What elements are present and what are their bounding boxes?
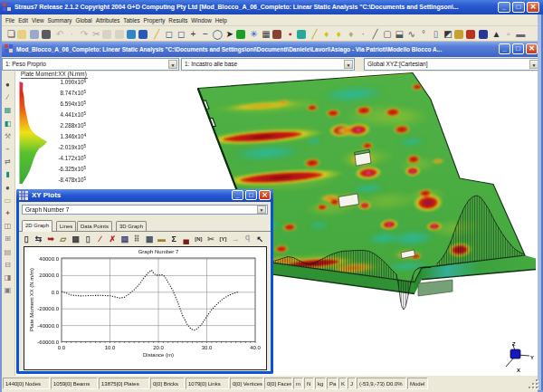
svg-text:40000.0: 40000.0 [39, 256, 59, 262]
svg-text:-40000.0: -40000.0 [37, 323, 59, 329]
svg-text:20.0: 20.0 [153, 345, 164, 350]
svg-text:-60000.0: -60000.0 [37, 339, 59, 345]
svg-text:10.0: 10.0 [105, 345, 116, 350]
svg-text:-20000.0: -20000.0 [37, 306, 59, 311]
svg-text:Distance (m): Distance (m) [143, 352, 174, 358]
svg-text:Plate Moment:XX (N.m/m): Plate Moment:XX (N.m/m) [29, 268, 34, 331]
svg-text:0.0: 0.0 [52, 290, 60, 295]
svg-text:20000.0: 20000.0 [39, 272, 59, 278]
svg-text:Graph Number 7: Graph Number 7 [138, 249, 179, 254]
svg-text:0.0: 0.0 [58, 345, 66, 350]
svg-text:40.0: 40.0 [250, 345, 261, 350]
svg-text:30.0: 30.0 [202, 345, 213, 350]
